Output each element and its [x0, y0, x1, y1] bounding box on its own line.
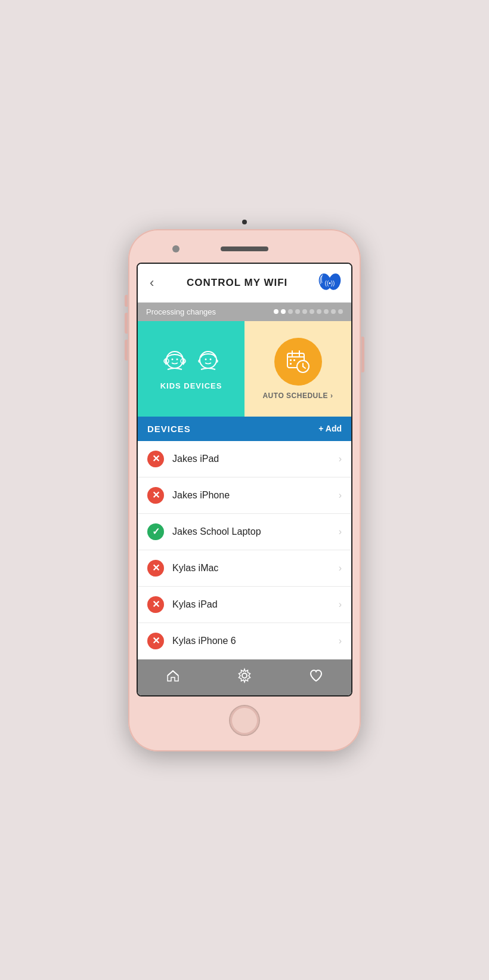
- progress-text: Processing changes: [146, 307, 216, 316]
- status-badge-blocked: ✕: [147, 487, 164, 504]
- progress-dot-6: [310, 309, 314, 314]
- svg-text:((•)): ((•)): [325, 280, 335, 286]
- progress-dot-7: [317, 309, 321, 314]
- chevron-right-icon: ›: [339, 563, 342, 574]
- progress-dot-1: [274, 309, 278, 314]
- svg-rect-16: [293, 359, 295, 361]
- svg-rect-15: [290, 359, 292, 361]
- auto-schedule-panel[interactable]: AUTO SCHEDULE ›: [244, 321, 351, 417]
- table-row[interactable]: ✕ Kylas iPad ›: [138, 587, 351, 623]
- status-badge-blocked: ✕: [147, 451, 164, 467]
- devices-title: DEVICES: [147, 424, 191, 434]
- schedule-icon: [285, 349, 311, 375]
- bottom-nav: [138, 660, 351, 695]
- settings-nav-button[interactable]: [227, 665, 262, 689]
- add-device-button[interactable]: + Add: [318, 424, 342, 433]
- progress-bar: Processing changes: [138, 303, 351, 321]
- kids-icons: [160, 347, 222, 375]
- devices-header: DEVICES + Add: [138, 417, 351, 441]
- progress-dots: [274, 309, 343, 314]
- chevron-right-icon: ›: [339, 599, 342, 610]
- schedule-circle: [274, 338, 322, 386]
- chevron-right-icon: ›: [339, 526, 342, 537]
- device-name: Kylas iMac: [172, 563, 339, 574]
- table-row[interactable]: ✕ Kylas iPhone 6 ›: [138, 623, 351, 660]
- panels-section: KIDS DEVICES: [138, 321, 351, 417]
- earpiece-speaker: [221, 246, 268, 251]
- phone-frame: ‹ CONTROL MY WIFI ((•)) Processing chang…: [128, 229, 361, 751]
- front-camera: [172, 245, 179, 252]
- kids-devices-panel[interactable]: KIDS DEVICES: [138, 321, 244, 417]
- svg-point-7: [176, 359, 178, 360]
- settings-icon: [237, 668, 252, 687]
- home-icon: [166, 668, 180, 686]
- progress-dot-8: [324, 309, 329, 314]
- progress-dot-9: [331, 309, 336, 314]
- kids-devices-label: KIDS DEVICES: [160, 381, 222, 390]
- phone-dot: [242, 220, 247, 224]
- phone-screen: ‹ CONTROL MY WIFI ((•)) Processing chang…: [137, 263, 352, 697]
- progress-dot-2: [281, 309, 286, 314]
- device-list: ✕ Jakes iPad › ✕ Jakes iPhone › ✓ Jakes …: [138, 441, 351, 660]
- device-name: Jakes School Laptop: [172, 526, 339, 537]
- svg-point-6: [171, 359, 173, 360]
- home-nav-button[interactable]: [156, 666, 190, 689]
- table-row[interactable]: ✓ Jakes School Laptop ›: [138, 514, 351, 550]
- blocked-icon: ✕: [152, 636, 160, 646]
- back-button[interactable]: ‹: [147, 275, 156, 291]
- device-name: Kylas iPhone 6: [172, 636, 339, 646]
- app-logo: ((•)): [318, 271, 342, 295]
- svg-point-21: [242, 673, 247, 678]
- chevron-right-icon: ›: [339, 636, 342, 646]
- svg-point-9: [205, 359, 206, 360]
- power-button: [361, 337, 364, 372]
- app-header: ‹ CONTROL MY WIFI ((•)): [138, 264, 351, 303]
- blocked-icon: ✕: [152, 600, 160, 609]
- heart-icon: [309, 668, 323, 686]
- status-badge-allowed: ✓: [147, 523, 164, 540]
- chevron-right-icon: ›: [339, 454, 342, 464]
- blocked-icon: ✕: [152, 454, 160, 464]
- device-name: Jakes iPad: [172, 454, 339, 464]
- blocked-icon: ✕: [152, 491, 160, 500]
- progress-dot-3: [288, 309, 293, 314]
- table-row[interactable]: ✕ Kylas iMac ›: [138, 550, 351, 587]
- progress-dot-5: [302, 309, 307, 314]
- svg-point-10: [209, 359, 211, 360]
- progress-dot-10: [338, 309, 343, 314]
- status-badge-blocked: ✕: [147, 633, 164, 649]
- table-row[interactable]: ✕ Jakes iPad ›: [138, 441, 351, 477]
- status-badge-blocked: ✕: [147, 596, 164, 613]
- favorites-nav-button[interactable]: [299, 666, 333, 689]
- blocked-icon: ✕: [152, 563, 160, 573]
- device-name: Jakes iPhone: [172, 490, 339, 501]
- device-name: Kylas iPad: [172, 599, 339, 610]
- allowed-icon: ✓: [152, 527, 160, 537]
- girl-icon: [160, 347, 189, 375]
- volume-up-button: [125, 313, 128, 334]
- progress-dot-4: [295, 309, 300, 314]
- table-row[interactable]: ✕ Jakes iPhone ›: [138, 477, 351, 514]
- mute-button: [125, 295, 128, 307]
- home-button[interactable]: [229, 705, 260, 736]
- page-title: CONTROL MY WIFI: [187, 277, 287, 289]
- phone-top-bar: [137, 240, 352, 258]
- volume-down-button: [125, 340, 128, 360]
- status-badge-blocked: ✕: [147, 560, 164, 577]
- auto-schedule-label: AUTO SCHEDULE ›: [262, 392, 333, 400]
- chevron-right-icon: ›: [339, 490, 342, 501]
- svg-rect-17: [290, 363, 292, 365]
- boy-icon: [194, 347, 222, 375]
- phone-home-area: [137, 697, 352, 741]
